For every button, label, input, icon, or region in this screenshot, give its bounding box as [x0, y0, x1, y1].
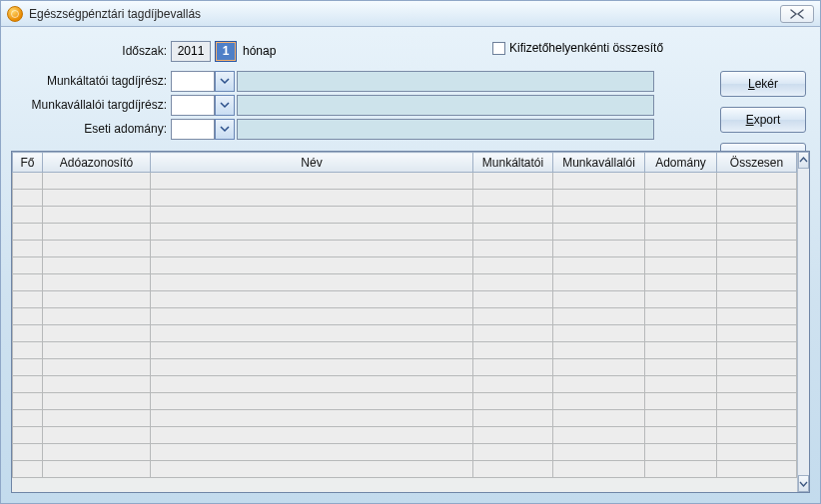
table-cell[interactable] — [13, 325, 43, 342]
table-cell[interactable] — [645, 325, 717, 342]
table-cell[interactable] — [553, 173, 645, 190]
table-cell[interactable] — [553, 241, 645, 257]
window-close-button[interactable] — [780, 5, 814, 23]
table-cell[interactable] — [553, 393, 645, 410]
table-cell[interactable] — [43, 393, 151, 410]
table-cell[interactable] — [553, 224, 645, 241]
table-cell[interactable] — [645, 393, 717, 410]
table-row[interactable] — [13, 410, 797, 427]
table-row[interactable] — [13, 461, 797, 478]
table-cell[interactable] — [13, 393, 43, 410]
table-cell[interactable] — [645, 241, 717, 257]
table-cell[interactable] — [473, 342, 553, 359]
table-cell[interactable] — [13, 376, 43, 393]
table-cell[interactable] — [473, 274, 553, 291]
table-cell[interactable] — [473, 224, 553, 241]
table-row[interactable] — [13, 342, 797, 359]
table-cell[interactable] — [43, 376, 151, 393]
table-cell[interactable] — [13, 173, 43, 190]
table-cell[interactable] — [645, 173, 717, 190]
table-cell[interactable] — [473, 207, 553, 224]
table-cell[interactable] — [473, 376, 553, 393]
table-cell[interactable] — [645, 427, 717, 444]
scroll-down-button[interactable] — [798, 475, 809, 492]
table-cell[interactable] — [645, 410, 717, 427]
table-cell[interactable] — [151, 325, 473, 342]
table-cell[interactable] — [151, 173, 473, 190]
table-cell[interactable] — [717, 376, 797, 393]
employee-input[interactable] — [171, 95, 215, 116]
table-cell[interactable] — [151, 427, 473, 444]
table-cell[interactable] — [645, 207, 717, 224]
table-cell[interactable] — [151, 342, 473, 359]
table-cell[interactable] — [43, 461, 151, 478]
table-cell[interactable] — [43, 359, 151, 376]
table-cell[interactable] — [151, 359, 473, 376]
table-cell[interactable] — [473, 444, 553, 461]
employee-dropdown-button[interactable] — [215, 95, 235, 116]
table-cell[interactable] — [151, 224, 473, 241]
fetch-button[interactable]: Lekér — [720, 71, 806, 97]
table-cell[interactable] — [13, 190, 43, 207]
summary-checkbox-wrap[interactable]: Kifizetőhelyenkénti összesítő — [492, 41, 663, 55]
table-row[interactable] — [13, 241, 797, 257]
table-cell[interactable] — [473, 461, 553, 478]
table-cell[interactable] — [43, 444, 151, 461]
table-row[interactable] — [13, 308, 797, 325]
table-cell[interactable] — [473, 325, 553, 342]
table-cell[interactable] — [717, 224, 797, 241]
table-cell[interactable] — [553, 190, 645, 207]
month-input[interactable] — [215, 41, 237, 62]
table-cell[interactable] — [645, 224, 717, 241]
table-row[interactable] — [13, 393, 797, 410]
table-row[interactable] — [13, 427, 797, 444]
table-cell[interactable] — [13, 224, 43, 241]
table-cell[interactable] — [473, 190, 553, 207]
table-cell[interactable] — [13, 427, 43, 444]
table-cell[interactable] — [151, 444, 473, 461]
table-cell[interactable] — [717, 342, 797, 359]
table-cell[interactable] — [43, 190, 151, 207]
table-cell[interactable] — [473, 173, 553, 190]
year-input[interactable] — [171, 41, 211, 62]
table-cell[interactable] — [151, 291, 473, 308]
table-cell[interactable] — [43, 291, 151, 308]
table-row[interactable] — [13, 325, 797, 342]
table-cell[interactable] — [43, 274, 151, 291]
table-cell[interactable] — [13, 461, 43, 478]
donation-input[interactable] — [171, 119, 215, 140]
table-cell[interactable] — [717, 444, 797, 461]
table-row[interactable] — [13, 190, 797, 207]
col-header-ado[interactable]: Adóazonosító — [43, 153, 151, 173]
table-cell[interactable] — [645, 274, 717, 291]
table-cell[interactable] — [717, 359, 797, 376]
table-cell[interactable] — [645, 342, 717, 359]
table-cell[interactable] — [645, 461, 717, 478]
col-header-mv[interactable]: Munkavállalói — [553, 153, 645, 173]
table-cell[interactable] — [645, 444, 717, 461]
table-cell[interactable] — [13, 359, 43, 376]
summary-checkbox[interactable] — [492, 42, 505, 55]
table-cell[interactable] — [553, 461, 645, 478]
table-cell[interactable] — [717, 274, 797, 291]
table-row[interactable] — [13, 376, 797, 393]
table-row[interactable] — [13, 257, 797, 274]
table-cell[interactable] — [151, 257, 473, 274]
table-cell[interactable] — [717, 410, 797, 427]
table-cell[interactable] — [553, 410, 645, 427]
table-cell[interactable] — [553, 257, 645, 274]
table-cell[interactable] — [717, 190, 797, 207]
scroll-up-button[interactable] — [798, 152, 809, 169]
table-cell[interactable] — [717, 461, 797, 478]
table-row[interactable] — [13, 207, 797, 224]
employer-dropdown-button[interactable] — [215, 71, 235, 92]
table-cell[interactable] — [151, 308, 473, 325]
col-header-mk[interactable]: Munkáltatói — [473, 153, 553, 173]
table-cell[interactable] — [645, 291, 717, 308]
table-cell[interactable] — [473, 257, 553, 274]
table-cell[interactable] — [43, 342, 151, 359]
table-cell[interactable] — [717, 325, 797, 342]
donation-dropdown-button[interactable] — [215, 119, 235, 140]
table-cell[interactable] — [717, 173, 797, 190]
table-cell[interactable] — [645, 257, 717, 274]
